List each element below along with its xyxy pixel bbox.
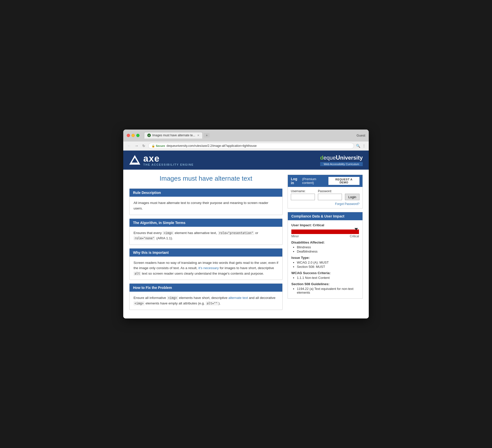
username-field: Username: [291,189,315,200]
its-necessary-link[interactable]: it's necessary [198,266,219,270]
forgot-password-link[interactable]: Forgot Password? [291,202,359,206]
login-button[interactable]: Login [345,194,359,200]
how-to-fix-body: Ensure all informative <img> elements ha… [130,292,282,309]
right-column: Log in (Premium content) REQUEST A DEMO … [288,175,363,313]
algorithm-section: The Algorithm, in Simple Terms Ensures t… [129,218,283,245]
issue-type-list: WCAG 2.0 (A): MUST Section 508: MUST [297,261,359,269]
list-item: 1194.22 (a) Text equivalent for non-text… [297,287,359,294]
page-content: axe THE ACCESSIBILITY ENGINE dequeUniver… [123,151,369,318]
disabilities-section: Disabilities Affected: Blindness Deafbli… [291,241,359,253]
refresh-button[interactable]: ↻ [141,143,146,148]
deque-subtitle: Web Accessibility Curriculum [320,162,363,166]
img-code-1: <img> [163,231,174,235]
rule-description-section: Rule Description All images must have al… [129,188,283,215]
login-header: Log in (Premium content) REQUEST A DEMO [288,175,362,187]
list-item: WCAG 2.0 (A): MUST [297,261,359,264]
role-presentation-code: role="presentation" [218,231,254,235]
deque-eque: eque [323,155,336,161]
disabilities-list: Blindness Deafblindness [297,245,359,253]
tab-favicon: d [147,134,151,137]
how-to-fix-header: How to Fix the Problem [130,284,282,292]
back-button[interactable]: ← [126,143,132,149]
active-tab[interactable]: d Images must have alternate te... ✕ [144,132,203,139]
compliance-body: User Impact: Critical Minor Critical [288,220,362,298]
alt-empty-code: alt="" [206,301,218,305]
minimize-button[interactable] [132,134,135,137]
impact-max-label: Critical [350,235,359,238]
why-important-body: Screen readers have no way of translatin… [130,257,282,280]
triangle-inner [132,158,138,163]
request-demo-button[interactable]: REQUEST A DEMO [328,177,359,185]
main-body: Images must have alternate text Rule Des… [123,170,369,318]
username-input[interactable] [291,194,315,200]
list-item: Blindness [297,245,359,249]
tab-close-button[interactable]: ✕ [197,134,199,137]
rule-description-header: Rule Description [130,189,282,197]
username-label: Username: [291,189,315,193]
section508-heading: Section 508 Guidelines: [291,282,359,286]
deque-university-name: dequeUniversity [320,154,363,161]
impact-labels: Minor Critical [291,235,359,238]
issue-type-section: Issue Type: WCAG 2.0 (A): MUST Section 5… [291,256,359,269]
compliance-header: Compliance Data & User Impact [288,212,362,220]
alternate-text-link[interactable]: alternate text [228,296,248,300]
axe-name: axe [143,154,194,163]
deque-logo: dequeUniversity Web Accessibility Curric… [320,154,363,166]
left-column: Images must have alternate text Rule Des… [129,175,288,313]
role-none-code: role="none" [134,236,155,240]
login-subtitle: (Premium content) [302,177,328,185]
search-icon[interactable]: 🔍 [356,144,360,148]
alt-code: alt [134,272,141,276]
user-label: Guest [356,134,365,137]
impact-bar-container: Minor Critical [291,230,359,238]
password-input[interactable] [318,194,342,200]
browser-toolbar: ← → ↻ 🔒 Secure dequeuniversity.com/rules… [123,141,369,151]
maximize-button[interactable] [136,134,140,137]
section508-section: Section 508 Guidelines: 1194.22 (a) Text… [291,282,359,294]
list-item: Section 508: MUST [297,265,359,269]
password-label: Password: [318,189,342,193]
axe-logo-text: axe THE ACCESSIBILITY ENGINE [143,154,194,166]
rule-description-text: All images must have alternate text to c… [134,200,278,211]
issue-type-heading: Issue Type: [291,256,359,260]
impact-indicator [354,228,358,231]
tab-title: Images must have alternate te... [152,134,195,137]
url-text: dequeuniversity.com/rules/axe/2.2/image-… [167,144,257,148]
login-box: Log in (Premium content) REQUEST A DEMO … [288,175,363,208]
img-code-3: <img> [134,301,145,305]
disabilities-heading: Disabilities Affected: [291,241,359,244]
wcag-list: 1.1.1 Non-text Content [297,276,359,280]
rule-description-body: All images must have alternate text to c… [130,197,282,214]
wcag-heading: WCAG Success Criteria: [291,271,359,275]
algorithm-header: The Algorithm, in Simple Terms [130,219,282,227]
login-row: Username: Password: Login [291,189,359,200]
login-fields: Username: Password: Login Forgot Passwor… [288,187,362,208]
how-to-fix-section: How to Fix the Problem Ensure all inform… [129,283,283,310]
compliance-box: Compliance Data & User Impact User Impac… [288,212,363,299]
close-button[interactable] [127,134,130,137]
logo-area: axe THE ACCESSIBILITY ENGINE [129,154,194,166]
password-field: Password: [318,189,342,200]
why-important-section: Why this is Important Screen readers hav… [129,248,283,280]
algorithm-text: Ensures that every <img> element has alt… [134,230,278,241]
lock-icon: 🔒 [152,144,155,148]
tab-bar: d Images must have alternate te... ✕ + [144,132,352,139]
login-title: Log in [291,177,301,185]
forward-button[interactable]: → [134,143,139,149]
traffic-lights [127,134,140,137]
impact-bar-track [291,230,359,234]
wcag-section: WCAG Success Criteria: 1.1.1 Non-text Co… [291,271,359,280]
axe-logo-icon [129,155,140,165]
address-bar[interactable]: 🔒 Secure dequeuniversity.com/rules/axe/2… [148,143,354,149]
deque-U: U [336,154,340,161]
list-item: Deafblindness [297,250,359,253]
new-tab-button[interactable]: + [204,133,210,138]
url-domain: dequeuniversity.com [167,144,194,148]
menu-icon[interactable]: ⋮ [362,144,366,148]
section508-list: 1194.22 (a) Text equivalent for non-text… [297,287,359,294]
impact-min-label: Minor [291,235,299,238]
site-header: axe THE ACCESSIBILITY ENGINE dequeUniver… [123,151,369,170]
deque-niversity: niversity [340,155,363,161]
browser-window: d Images must have alternate te... ✕ + G… [123,130,369,318]
secure-badge: 🔒 Secure [152,144,165,148]
